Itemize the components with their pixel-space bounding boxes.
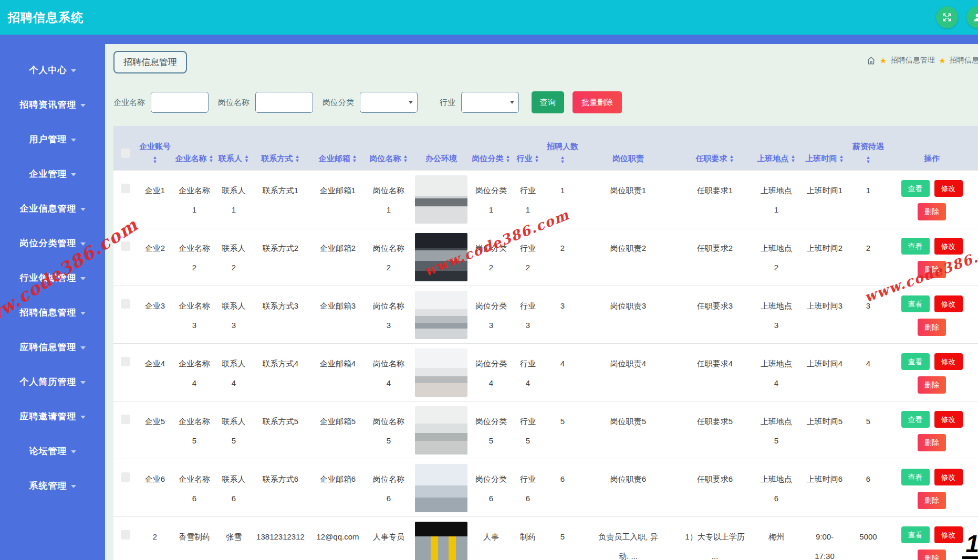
view-button[interactable]: 查看 [901,526,930,544]
user-icon[interactable] [966,6,978,28]
table-row: 企业4企业名称 4联系人 4联系方式4企业邮箱4岗位名称 4岗位分类 4行业 4… [113,343,978,401]
job-filter-label: 岗位名称 [218,98,249,108]
sidebar-item-岗位分类管理[interactable]: 岗位分类管理 [0,226,105,260]
sidebar-item-企业管理[interactable]: 企业管理 [0,156,105,191]
sidebar-item-行业领域管理[interactable]: 行业领域管理 [0,260,105,295]
col-header-photo: 办公环境 [412,126,471,170]
cell-category: 岗位分类 3 [471,286,512,343]
office-photo [415,406,467,455]
col-header-location[interactable]: 上班地点▲▼ [754,126,798,170]
sidebar-menu: 个人中心招聘资讯管理用户管理企业管理企业信息管理岗位分类管理行业领域管理招聘信息… [0,35,105,503]
company-filter-input[interactable] [151,92,209,113]
sidebar-item-招聘资讯管理[interactable]: 招聘资讯管理 [0,87,105,122]
query-button[interactable]: 查询 [532,91,564,113]
row-checkbox[interactable] [121,415,130,424]
col-header-company[interactable]: 企业名称▲▼ [172,126,216,170]
cell-company: 企业名称 3 [172,286,216,343]
delete-button[interactable]: 删除 [918,261,946,278]
cell-phone: 联系方式4 [251,343,310,401]
col-header-industry[interactable]: 行业▲▼ [512,126,544,170]
batch-delete-button[interactable]: 批量删除 [573,91,622,113]
col-header-requirement[interactable]: 任职要求▲▼ [675,126,754,170]
sidebar-item-用户管理[interactable]: 用户管理 [0,122,105,156]
table-row: 企业2企业名称 2联系人 2联系方式2企业邮箱2岗位名称 2岗位分类 2行业 2… [113,228,978,286]
edit-button[interactable]: 修改 [934,295,963,313]
sidebar-item-label: 招聘信息管理 [20,307,77,319]
cell-photo [412,228,471,286]
edit-button[interactable]: 修改 [934,469,963,486]
sidebar-item-论坛管理[interactable]: 论坛管理 [0,434,105,468]
edit-button[interactable]: 修改 [934,238,963,255]
category-select[interactable] [360,92,418,113]
edit-button[interactable]: 修改 [934,180,963,197]
sidebar-item-个人中心[interactable]: 个人中心 [0,52,105,87]
cell-salary: 3 [851,286,886,343]
industry-select[interactable] [461,92,519,113]
edit-button[interactable]: 修改 [934,411,963,428]
select-all-checkbox[interactable] [121,149,130,158]
row-checkbox[interactable] [121,241,130,251]
col-header-email[interactable]: 企业邮箱▲▼ [310,126,366,170]
view-button[interactable]: 查看 [901,469,930,486]
col-header-time[interactable]: 上班时间▲▼ [798,126,851,170]
cell-industry: 行业 3 [512,286,544,343]
row-checkbox[interactable] [121,184,130,193]
col-header-contact[interactable]: 联系人▲▼ [216,126,251,170]
col-header-label: 企业邮箱 [319,154,350,164]
delete-button[interactable]: 删除 [918,492,946,509]
col-header-category[interactable]: 岗位分类▲▼ [471,126,512,170]
home-icon[interactable] [867,56,876,65]
col-header-account[interactable]: 企业账号▲▼ [138,126,172,170]
row-checkbox-cell [113,459,138,516]
fullscreen-icon[interactable] [936,6,958,28]
col-header-label: 联系人 [219,154,242,164]
sidebar-item-label: 论坛管理 [29,445,67,457]
cell-duty: 岗位职责5 [581,401,675,459]
sidebar-item-应聘邀请管理[interactable]: 应聘邀请管理 [0,399,105,434]
chevron-down-icon [71,485,76,488]
cell-headcount: 2 [544,228,581,286]
cell-job: 岗位名称 5 [366,401,412,459]
view-button[interactable]: 查看 [901,353,930,371]
chevron-down-icon [80,208,86,211]
chevron-down-icon [80,416,86,419]
sidebar-item-招聘信息管理[interactable]: 招聘信息管理 [0,295,105,330]
row-checkbox[interactable] [121,530,130,540]
cell-account: 企业1 [138,170,172,228]
job-filter-input[interactable] [255,92,313,113]
cell-actions: 查看修改删除 [886,170,978,228]
view-button[interactable]: 查看 [901,180,930,197]
filter-bar: 企业名称 岗位名称 岗位分类 行业 查询 批量删除 [113,91,978,113]
office-photo [415,291,467,339]
col-header-phone[interactable]: 联系方式▲▼ [251,126,310,170]
col-header-salary[interactable]: 薪资待遇▲▼ [851,126,886,170]
cell-time: 上班时间5 [798,401,851,459]
delete-button[interactable]: 删除 [918,376,946,394]
edit-button[interactable]: 修改 [934,353,963,371]
view-button[interactable]: 查看 [901,295,930,313]
row-checkbox[interactable] [121,472,130,482]
col-header-headcount[interactable]: 招聘人数▲▼ [544,126,581,170]
col-header-job[interactable]: 岗位名称▲▼ [366,126,412,170]
delete-button[interactable]: 删除 [918,203,946,220]
breadcrumb-item-manage[interactable]: 招聘信息管理 [891,56,935,65]
row-checkbox[interactable] [121,357,130,366]
sidebar-item-label: 个人简历管理 [20,376,77,388]
cell-actions: 查看修改删除 [886,459,978,516]
view-button[interactable]: 查看 [901,411,930,428]
sidebar-item-系统管理[interactable]: 系统管理 [0,468,105,503]
breadcrumb-item-list[interactable]: 招聘信息列表 [950,56,978,65]
view-button[interactable]: 查看 [901,238,930,255]
sidebar-item-企业信息管理[interactable]: 企业信息管理 [0,191,105,226]
edit-button[interactable]: 修改 [934,526,963,544]
row-checkbox[interactable] [121,299,130,309]
delete-button[interactable]: 删除 [918,550,946,560]
delete-button[interactable]: 删除 [918,434,946,451]
cell-time: 上班时间1 [798,170,851,228]
cell-location: 上班地点 2 [754,228,798,286]
sidebar-item-个人简历管理[interactable]: 个人简历管理 [0,364,105,399]
cell-duty: 负责员工入职, 异 动. ... [581,516,675,560]
sidebar-item-应聘信息管理[interactable]: 应聘信息管理 [0,330,105,364]
delete-button[interactable]: 删除 [918,319,946,336]
cell-email: 企业邮箱1 [310,170,366,228]
